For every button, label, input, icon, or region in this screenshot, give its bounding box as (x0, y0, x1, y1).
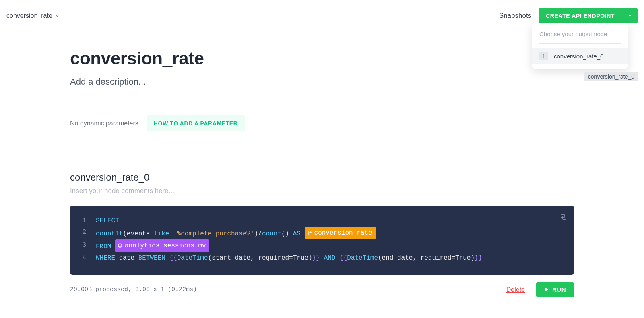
dropdown-item-label: conversion_rate_0 (554, 53, 603, 60)
divider (539, 43, 621, 44)
node-footer: 29.00B processed, 3.00 x 1 (0.22ms) Dele… (70, 282, 574, 297)
parameters-text: No dynamic parameters (70, 120, 138, 127)
datasource-badge[interactable]: analytics_sessions_mv (115, 239, 209, 252)
code-line: 4 WHERE date BETWEEN {{DateTime(start_da… (78, 252, 566, 264)
tooltip: conversion_rate_0 (584, 72, 638, 81)
svg-point-3 (308, 234, 309, 235)
divider (70, 303, 574, 303)
run-button[interactable]: RUN (536, 282, 574, 297)
play-icon (544, 286, 549, 293)
code-editor[interactable]: 1 SELECT 2 countIf(events like '%complet… (70, 206, 574, 275)
add-parameter-button[interactable]: HOW TO ADD A PARAMETER (147, 115, 245, 131)
dropdown-item[interactable]: 1 conversion_rate_0 (532, 48, 628, 64)
dropdown-heading: Choose your output node (532, 29, 628, 43)
node-comments-input[interactable]: Insert your node comments here... (70, 187, 574, 195)
description-input[interactable]: Add a description... (70, 77, 574, 87)
svg-point-2 (308, 231, 309, 232)
branch-icon (307, 231, 312, 235)
page-title: conversion_rate (70, 48, 574, 69)
dropdown-item-number: 1 (539, 52, 548, 60)
delete-link[interactable]: Delete (506, 286, 525, 293)
query-stats: 29.00B processed, 3.00 x 1 (0.22ms) (70, 286, 197, 293)
pipe-badge[interactable]: conversion_rate (305, 227, 376, 239)
parameters-row: No dynamic parameters HOW TO ADD A PARAM… (70, 115, 574, 131)
database-icon (118, 243, 122, 248)
code-line: 1 SELECT (78, 215, 566, 227)
svg-point-5 (118, 244, 122, 245)
output-node-dropdown: Choose your output node 1 conversion_rat… (532, 23, 628, 69)
code-line: 3 FROM analytics_sessions_mv (78, 239, 566, 252)
copy-icon[interactable] (560, 213, 567, 224)
code-line: 2 countIf(events like '%complete_purchas… (78, 227, 566, 239)
node-title[interactable]: conversion_rate_0 (70, 172, 574, 183)
